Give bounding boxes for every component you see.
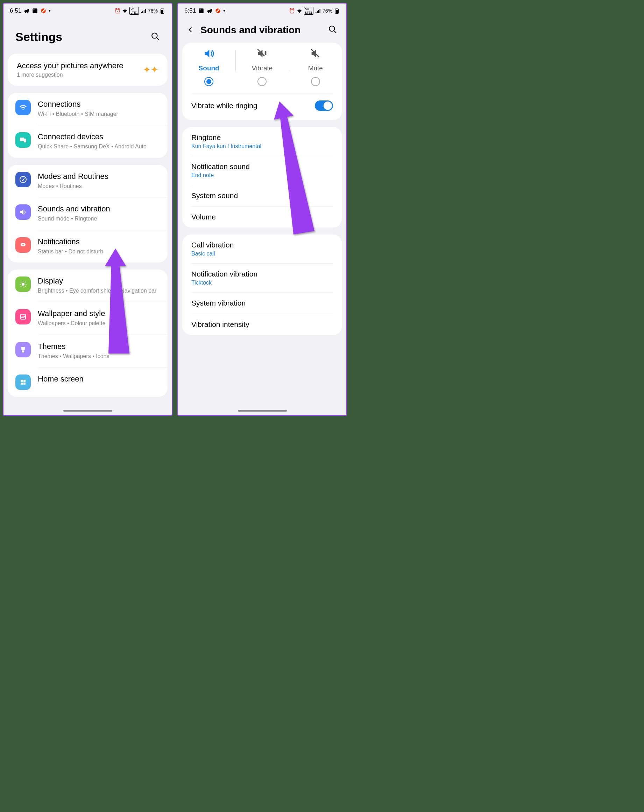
nosign-icon [40,8,47,14]
svg-point-28 [200,9,201,11]
svg-rect-27 [199,8,204,13]
wallpaper-icon [15,309,31,324]
row-vibrate-while-ringing[interactable]: Vibrate while ringing [182,93,342,120]
row-connected-devices[interactable]: Connected devices Quick Share • Samsung … [8,125,167,157]
telegram-icon [206,8,213,14]
toggle-label: Vibrate while ringing [191,102,257,110]
search-button[interactable] [151,32,160,42]
mode-label: Sound [199,64,219,72]
item-sub: End note [191,172,333,179]
svg-point-1 [33,9,35,11]
row-title: Connected devices [38,132,160,141]
chevron-left-icon [187,26,194,33]
speaker-icon [203,47,215,60]
battery-percent: 76% [323,8,332,14]
svg-line-20 [21,286,21,287]
alarm-icon: ⏰ [114,8,120,14]
item-sub: Kun Faya kun ! Instrumental [191,143,333,150]
row-title: Notifications [38,237,160,246]
row-notification-vibration[interactable]: Notification vibration Ticktock [182,264,342,292]
svg-rect-25 [21,383,23,385]
svg-rect-9 [24,139,26,142]
svg-rect-0 [32,8,37,13]
search-icon [328,25,337,34]
themes-icon [15,342,31,357]
nav-bar[interactable] [63,410,112,412]
display-icon [15,276,31,292]
phone-right-sounds: 6:51 • ⏰ VoLTE1 76% Sounds and vibration [177,3,347,416]
settings-group: Connections Wi-Fi • Bluetooth • SIM mana… [8,93,167,158]
phone-left-settings: 6:51 • ⏰ VoLTE1 76% Settings Access your… [3,3,172,416]
svg-rect-26 [23,383,26,385]
row-title: Wallpaper and style [38,309,160,318]
search-icon [151,32,160,41]
radio-vibrate[interactable] [257,77,266,86]
toggle-switch[interactable] [315,101,333,111]
row-sub: Themes • Wallpapers • Icons [38,353,160,360]
row-display[interactable]: Display Brightness • Eye comfort shield … [8,270,167,302]
row-call-vibration[interactable]: Call vibration Basic call [182,235,342,263]
search-button[interactable] [328,25,337,35]
notif-icon [15,237,31,253]
page-title: Settings [15,30,62,44]
status-time: 6:51 [10,8,21,14]
row-vibration-intensity[interactable]: Vibration intensity [182,314,342,335]
mode-vibrate[interactable]: Vibrate [235,47,289,86]
item-title: System sound [191,191,333,200]
row-sub: Wi-Fi • Bluetooth • SIM manager [38,110,160,118]
svg-point-13 [22,283,24,285]
status-dot: • [49,8,51,14]
row-connections[interactable]: Connections Wi-Fi • Bluetooth • SIM mana… [8,93,167,125]
vibration-items-group: Call vibration Basic call Notification v… [182,235,342,335]
suggestion-title: Access your pictures anywhere [17,61,123,70]
svg-rect-8 [20,137,24,141]
row-home-screen[interactable]: Home screen [8,368,167,397]
item-title: Notification sound [191,162,333,171]
radio-sound[interactable] [204,77,213,86]
row-themes[interactable]: Themes Themes • Wallpapers • Icons [8,335,167,367]
mode-sound[interactable]: Sound [182,47,235,86]
devices-icon [15,132,31,148]
suggestion-card[interactable]: Access your pictures anywhere 1 more sug… [8,53,167,86]
row-notifications[interactable]: Notifications Status bar • Do not distur… [8,230,167,263]
svg-rect-32 [336,10,338,13]
settings-header: Settings [3,16,172,53]
wifi-icon [122,8,128,14]
row-system-vibration[interactable]: System vibration [182,293,342,314]
svg-rect-23 [21,380,23,382]
row-sounds-vibration[interactable]: Sounds and vibration Sound mode • Ringto… [8,197,167,230]
battery-icon [334,8,340,14]
svg-line-21 [25,282,26,282]
suggestion-sub: 1 more suggestion [17,72,123,78]
row-wallpaper[interactable]: Wallpaper and style Wallpapers • Colour … [8,302,167,334]
row-sub: Brightness • Eye comfort shield • Naviga… [38,287,160,295]
radio-mute[interactable] [311,77,320,86]
home-icon [15,374,31,390]
row-sub: Status bar • Do not disturb [38,248,160,255]
mode-mute[interactable]: Mute [289,47,342,86]
status-bar: 6:51 • ⏰ VoLTE1 76% [3,3,172,16]
status-dot: • [223,8,225,14]
svg-line-7 [156,37,159,40]
row-sub: Sound mode • Ringtone [38,215,160,223]
routine-icon [15,172,31,187]
svg-line-19 [25,286,26,287]
row-ringtone[interactable]: Ringtone Kun Faya kun ! Instrumental [182,127,342,156]
mode-label: Mute [308,64,323,72]
row-notification-sound[interactable]: Notification sound End note [182,156,342,185]
signal-icon [315,8,321,14]
nav-bar[interactable] [238,410,287,412]
signal-icon [140,8,146,14]
row-sub: Wallpapers • Colour palette [38,319,160,327]
row-system-sound[interactable]: System sound [182,185,342,206]
item-sub: Basic call [191,250,333,257]
status-bar: 6:51 • ⏰ VoLTE1 76% [178,3,346,16]
row-volume[interactable]: Volume [182,206,342,227]
svg-line-34 [334,31,336,33]
row-modes-routines[interactable]: Modes and Routines Modes • Routines [8,165,167,197]
row-sub: Quick Share • Samsung DeX • Android Auto [38,143,160,151]
back-button[interactable] [187,24,194,36]
svg-point-10 [20,176,26,183]
row-title: Home screen [38,374,160,384]
row-sub: Modes • Routines [38,182,160,190]
